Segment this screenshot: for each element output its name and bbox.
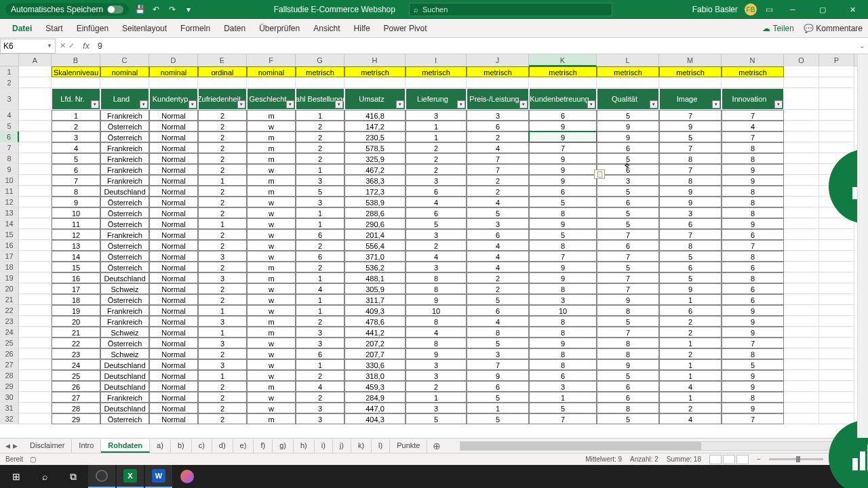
- table-header[interactable]: Qualität▾: [597, 88, 659, 110]
- cell[interactable]: [819, 348, 854, 359]
- cell[interactable]: Österreich: [100, 251, 149, 262]
- cell[interactable]: 2: [296, 121, 344, 131]
- filter-dropdown-icon[interactable]: ▾: [335, 100, 343, 108]
- cell[interactable]: 9: [597, 131, 659, 142]
- cell[interactable]: 2: [198, 283, 247, 294]
- cell[interactable]: [19, 142, 52, 153]
- record-macro-icon[interactable]: ▢: [30, 455, 36, 463]
- sheet-nav-next-icon[interactable]: ▶: [13, 443, 18, 449]
- cell[interactable]: 6: [722, 294, 784, 305]
- cell[interactable]: 8: [722, 197, 784, 207]
- cell[interactable]: [784, 66, 819, 77]
- cell[interactable]: [819, 305, 854, 316]
- cell[interactable]: 5: [659, 251, 722, 262]
- cell[interactable]: Österreich: [100, 121, 149, 131]
- cell[interactable]: 1: [52, 110, 100, 121]
- cell[interactable]: [784, 370, 819, 381]
- cell[interactable]: 1: [659, 294, 722, 305]
- cell[interactable]: 3: [406, 229, 467, 240]
- horizontal-scrollbar[interactable]: [460, 441, 863, 451]
- cell[interactable]: 9: [597, 294, 659, 305]
- cell[interactable]: 368,3: [344, 175, 406, 186]
- tab-review[interactable]: Überprüfen: [252, 20, 307, 37]
- cell[interactable]: 6: [406, 186, 467, 197]
- cell[interactable]: 7: [597, 272, 659, 283]
- cell[interactable]: 5: [597, 110, 659, 121]
- cell[interactable]: 4: [659, 381, 722, 392]
- cell[interactable]: 9: [722, 175, 784, 186]
- cell[interactable]: 7: [659, 164, 722, 175]
- cell[interactable]: metrisch: [529, 66, 597, 77]
- cell[interactable]: nominal: [247, 66, 296, 77]
- row-header-31[interactable]: 31: [0, 403, 19, 413]
- cell[interactable]: m: [247, 381, 296, 392]
- cell[interactable]: 7: [467, 164, 529, 175]
- cell[interactable]: 7: [722, 413, 784, 424]
- cell[interactable]: 7: [722, 131, 784, 142]
- row-header-30[interactable]: 30: [0, 392, 19, 403]
- cell[interactable]: m: [247, 327, 296, 338]
- cell[interactable]: [784, 121, 819, 131]
- cell[interactable]: 1: [406, 392, 467, 403]
- cell[interactable]: 5: [529, 403, 597, 413]
- tab-help[interactable]: Hilfe: [347, 20, 377, 37]
- sheet-tab-i)[interactable]: i): [315, 439, 333, 453]
- cell[interactable]: Normal: [149, 186, 198, 197]
- cell[interactable]: 4: [467, 262, 529, 272]
- cell[interactable]: 404,3: [344, 413, 406, 424]
- cell[interactable]: 2: [52, 121, 100, 131]
- cell[interactable]: 1: [296, 164, 344, 175]
- cell[interactable]: [19, 131, 52, 142]
- cell[interactable]: [819, 338, 854, 348]
- cell[interactable]: [19, 327, 52, 338]
- cell[interactable]: Österreich: [100, 413, 149, 424]
- filter-dropdown-icon[interactable]: ▾: [91, 100, 99, 108]
- cell[interactable]: 8: [529, 283, 597, 294]
- cell[interactable]: [784, 88, 819, 110]
- row-header-16[interactable]: 16: [0, 240, 19, 251]
- cell[interactable]: Frankreich: [100, 110, 149, 121]
- cell[interactable]: 18: [52, 294, 100, 305]
- cell[interactable]: [19, 370, 52, 381]
- table-header[interactable]: Image▾: [659, 88, 722, 110]
- cell[interactable]: Normal: [149, 338, 198, 348]
- cell[interactable]: 1: [296, 110, 344, 121]
- cell[interactable]: Normal: [149, 316, 198, 327]
- cell[interactable]: Normal: [149, 305, 198, 316]
- col-header-K[interactable]: K: [529, 54, 597, 66]
- cell[interactable]: 538,9: [344, 197, 406, 207]
- cell[interactable]: 305,9: [344, 283, 406, 294]
- tab-data[interactable]: Daten: [217, 20, 252, 37]
- cell[interactable]: 147,2: [344, 121, 406, 131]
- cell[interactable]: [19, 218, 52, 229]
- cell[interactable]: 8: [722, 348, 784, 359]
- cell[interactable]: [819, 131, 854, 142]
- cell[interactable]: 10: [52, 207, 100, 218]
- cell[interactable]: 6: [467, 305, 529, 316]
- cell[interactable]: 16: [52, 272, 100, 283]
- table-header[interactable]: Lfd. Nr.▾: [52, 88, 100, 110]
- cell[interactable]: Normal: [149, 229, 198, 240]
- row-header-2[interactable]: 2: [0, 77, 19, 88]
- cell[interactable]: 2: [198, 413, 247, 424]
- cell[interactable]: 7: [722, 338, 784, 348]
- cell[interactable]: w: [247, 121, 296, 131]
- cell[interactable]: 1: [198, 370, 247, 381]
- cell[interactable]: 8: [597, 338, 659, 348]
- cell[interactable]: 7: [659, 142, 722, 153]
- cell[interactable]: [784, 110, 819, 121]
- tab-view[interactable]: Ansicht: [307, 20, 347, 37]
- cell[interactable]: 2: [198, 229, 247, 240]
- col-header-O[interactable]: O: [784, 54, 819, 66]
- cell[interactable]: 1: [406, 121, 467, 131]
- cell[interactable]: Deutschland: [100, 381, 149, 392]
- col-header-L[interactable]: L: [597, 54, 659, 66]
- cell[interactable]: Skalenniveau: [52, 66, 100, 77]
- cell[interactable]: Frankreich: [100, 142, 149, 153]
- cell[interactable]: 8: [722, 392, 784, 403]
- cell[interactable]: 2: [296, 131, 344, 142]
- cell[interactable]: 4: [467, 197, 529, 207]
- cell[interactable]: 2: [198, 392, 247, 403]
- col-header-I[interactable]: I: [406, 54, 467, 66]
- formula-input[interactable]: 9: [94, 41, 856, 51]
